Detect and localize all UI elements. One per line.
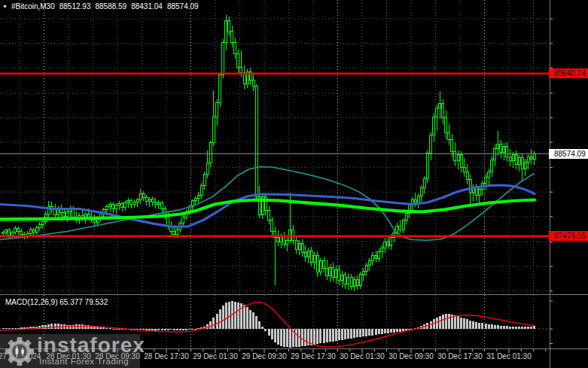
- macd-indicator-label: MACD(12,26,9) 65.377 79.532: [5, 298, 108, 306]
- symbol-dropdown-icon[interactable]: ▼: [2, 4, 8, 9]
- support-price-tag: 87476.05: [549, 231, 588, 241]
- mt4-chart-window: ▼#Bitcoin,M3088512.9388588.5988431.04885…: [0, 0, 588, 368]
- watermark-tagline-text: Instant Forex Trading: [39, 357, 129, 366]
- price-axis[interactable]: 90369.8090043.1089716.4089379.8089053.10…: [550, 0, 588, 368]
- time-tick-label: 30 Dec 09:30: [388, 352, 434, 360]
- time-tick-label: 29 Dec 01:30: [193, 352, 238, 360]
- ohlc-close: 88574.09: [167, 2, 199, 11]
- current-price-tag: 88574.09: [549, 149, 588, 159]
- ohlc-open: 88512.93: [59, 2, 91, 11]
- time-tick-label: 29 Dec 09:30: [242, 352, 287, 360]
- time-tick-label: 29 Dec 17:30: [291, 352, 336, 360]
- time-tick-label: 30 Dec 17:30: [437, 352, 483, 360]
- candlestick-chart-canvas[interactable]: [0, 0, 588, 368]
- watermark-brand-text: instaforex: [37, 333, 145, 357]
- ohlc-low: 88431.04: [131, 2, 163, 11]
- resistance-price-tag: 89640.74: [549, 68, 588, 78]
- instaforex-gear-logo-icon: [5, 336, 36, 366]
- time-tick-label: 30 Dec 01:30: [340, 352, 385, 360]
- time-tick-label: 28 Dec 17:30: [144, 352, 189, 360]
- ohlc-high: 88588.59: [95, 2, 126, 11]
- broker-watermark: instaforex Instant Forex Trading: [0, 334, 140, 368]
- chart-title: ▼#Bitcoin,M3088512.9388588.5988431.04885…: [2, 2, 203, 11]
- time-tick-label: 31 Dec 01:30: [486, 352, 532, 360]
- symbol-period-label: #Bitcoin,M30: [11, 2, 55, 11]
